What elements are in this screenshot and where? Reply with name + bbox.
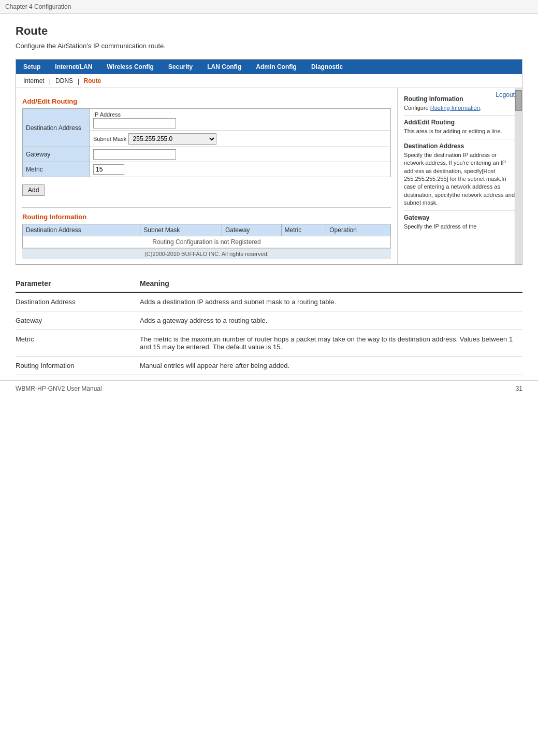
col-gateway: Gateway [222, 224, 281, 236]
right-gateway-text: Specify the IP address of the [404, 223, 516, 231]
right-add-edit-title: Add/Edit Routing [404, 119, 516, 126]
nav-diagnostic[interactable]: Diagnostic [304, 60, 350, 74]
param-header: Parameter [16, 275, 140, 292]
nav-wireless[interactable]: Wireless Config [99, 60, 161, 74]
main-area: Add/Edit Routing Destination Address IP … [16, 88, 522, 264]
param-name: Routing Information [16, 356, 140, 375]
right-routing-info-text: Configure Routing Information. [404, 104, 516, 112]
param-meaning: Adds a gateway address to a routing tabl… [140, 311, 522, 330]
param-meaning: The metric is the maximum number of rout… [140, 330, 522, 356]
add-edit-form-table: Destination Address IP Address Subnet Ma… [22, 108, 391, 177]
right-destination-title: Destination Address [404, 142, 516, 150]
left-panel: Add/Edit Routing Destination Address IP … [16, 88, 398, 264]
right-add-edit-text: This area is for adding or editing a lin… [404, 127, 516, 135]
add-edit-routing-heading: Add/Edit Routing [22, 97, 391, 105]
metric-input[interactable] [93, 164, 124, 175]
param-table: Parameter Meaning Destination AddressAdd… [16, 275, 522, 375]
col-subnet: Subnet Mask [140, 224, 222, 236]
col-destination: Destination Address [23, 224, 140, 236]
gateway-input-cell [90, 147, 391, 162]
scroll-thumb[interactable] [515, 90, 522, 111]
destination-address-label: Destination Address [23, 109, 90, 147]
sub-nav: Internet | DDNS | Route [16, 74, 522, 88]
param-row: GatewayAdds a gateway address to a routi… [16, 311, 522, 330]
nav-lan-config[interactable]: LAN Config [200, 60, 249, 74]
param-meaning: Adds a destination IP address and subnet… [140, 292, 522, 311]
param-row: MetricThe metric is the maximum number o… [16, 330, 522, 356]
add-button[interactable]: Add [22, 184, 45, 196]
param-name: Metric [16, 330, 140, 356]
nav-security[interactable]: Security [161, 60, 200, 74]
param-name: Gateway [16, 311, 140, 330]
divider [22, 207, 391, 208]
subnet-mask-select[interactable]: 255.255.255.0 255.255.0.0 255.0.0.0 255.… [128, 133, 216, 145]
page-footer: WBMR-HP-GNV2 User Manual 31 [0, 380, 538, 396]
router-ui: Setup Internet/LAN Wireless Config Secur… [16, 59, 522, 265]
right-divider-2 [404, 139, 516, 139]
col-operation: Operation [326, 224, 391, 236]
chapter-header: Chapter 4 Configuration [0, 0, 538, 14]
gateway-input[interactable] [93, 149, 176, 160]
nav-bar: Setup Internet/LAN Wireless Config Secur… [16, 60, 522, 74]
footer-right: 31 [516, 385, 522, 392]
right-gateway-title: Gateway [404, 214, 516, 221]
nav-admin[interactable]: Admin Config [249, 60, 304, 74]
metric-label-cell: Metric [23, 162, 90, 177]
routing-info-link[interactable]: Routing Information [430, 105, 480, 111]
page-subtitle: Configure the AirStation's IP communicat… [16, 42, 522, 50]
sub-nav-ddns[interactable]: DDNS [51, 76, 78, 86]
right-divider-3 [404, 210, 516, 211]
right-divider-1 [404, 115, 516, 116]
logout-link[interactable]: Logout [496, 91, 515, 98]
ip-address-input[interactable] [93, 118, 176, 129]
scrollbar[interactable] [515, 88, 522, 264]
param-row: Destination AddressAdds a destination IP… [16, 292, 522, 311]
param-row: Routing InformationManual entries will a… [16, 356, 522, 375]
sub-nav-route[interactable]: Route [80, 76, 106, 85]
gateway-label-cell: Gateway [23, 147, 90, 162]
routing-info-table: Destination Address Subnet Mask Gateway … [22, 224, 391, 248]
nav-setup[interactable]: Setup [16, 60, 48, 74]
page-title: Route [16, 24, 522, 38]
routing-empty-message: Routing Configuration is not Registered [23, 236, 391, 248]
subnet-mask-row: Subnet Mask 255.255.255.0 255.255.0.0 25… [90, 131, 391, 147]
right-destination-text: Specify the destination IP address or ne… [404, 151, 516, 207]
metric-input-cell [90, 162, 391, 177]
sub-nav-internet[interactable]: Internet [19, 76, 49, 86]
footer-left: WBMR-HP-GNV2 User Manual [16, 385, 102, 392]
router-footer: (C)2000-2010 BUFFALO INC. All rights res… [22, 248, 391, 259]
nav-internet-lan[interactable]: Internet/LAN [48, 60, 99, 74]
routing-information-heading: Routing Information [22, 213, 391, 221]
meaning-header: Meaning [140, 275, 522, 292]
param-meaning: Manual entries will appear here after be… [140, 356, 522, 375]
param-name: Destination Address [16, 292, 140, 311]
right-panel: Logout Routing Information Configure Rou… [398, 88, 522, 264]
col-metric: Metric [281, 224, 326, 236]
ip-address-row: IP Address [90, 109, 391, 131]
